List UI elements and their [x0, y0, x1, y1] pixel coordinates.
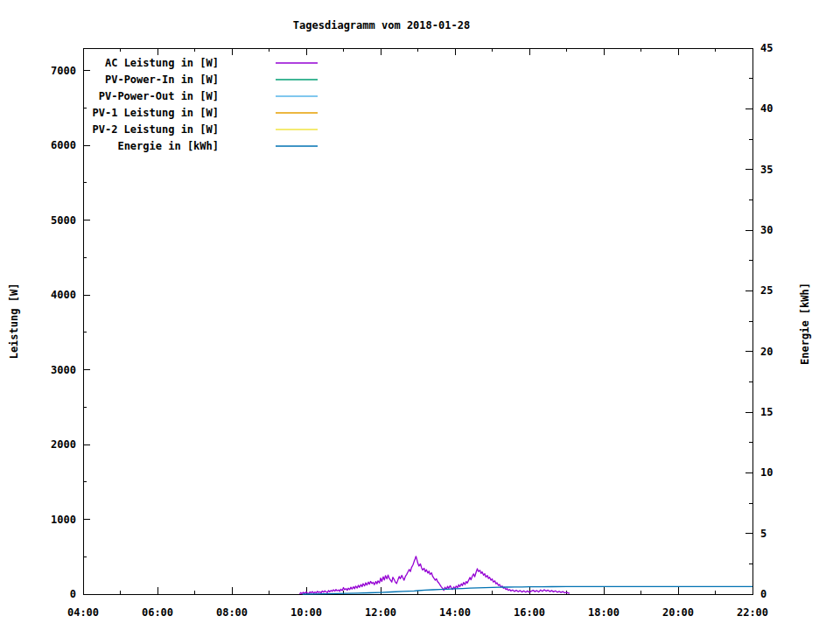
- y-left-tick-label: 1000: [51, 514, 76, 526]
- y-right-tick-label: 30: [760, 224, 773, 236]
- y-left-axis-label: Leistung [W]: [8, 284, 20, 360]
- legend-label-1: AC Leistung in [W]: [105, 57, 219, 69]
- y-right-tick-label: 15: [760, 406, 773, 418]
- x-tick-label: 16:00: [514, 606, 545, 619]
- chart-svg: Tagesdiagramm vom 2018-01-2804:0006:0008…: [0, 0, 840, 630]
- x-tick-label: 22:00: [737, 606, 768, 619]
- y-left-tick-label: 5000: [51, 214, 76, 227]
- x-tick-label: 08:00: [216, 606, 248, 619]
- y-left-tick-label: 7000: [51, 65, 76, 77]
- y-left-tick-label: 2000: [51, 438, 76, 451]
- legend-label-4: PV-1 Leistung in [W]: [93, 107, 220, 119]
- y-left-tick-label: 0: [70, 588, 76, 600]
- legend-label-2: PV-Power-In in [W]: [105, 74, 219, 86]
- x-tick-label: 14:00: [439, 606, 471, 619]
- y-right-tick-label: 5: [760, 528, 766, 540]
- x-tick-label: 06:00: [142, 606, 173, 619]
- y-right-tick-label: 40: [760, 102, 773, 115]
- y-left-tick-label: 6000: [51, 139, 76, 151]
- y-right-tick-label: 0: [760, 588, 766, 600]
- chart-canvas: Tagesdiagramm vom 2018-01-2804:0006:0008…: [0, 0, 840, 630]
- y-right-tick-label: 45: [760, 42, 773, 54]
- x-tick-label: 04:00: [67, 606, 99, 619]
- legend-label-3: PV-Power-Out in [W]: [99, 90, 219, 102]
- x-tick-label: 10:00: [290, 606, 322, 619]
- x-tick-label: 12:00: [365, 606, 396, 619]
- legend-label-5: PV-2 Leistung in [W]: [93, 123, 220, 136]
- y-left-tick-label: 3000: [51, 364, 76, 376]
- x-tick-label: 20:00: [662, 606, 694, 619]
- y-right-tick-label: 35: [760, 164, 773, 176]
- y-right-axis-label: Energie [kWh]: [799, 283, 811, 365]
- gnuplot-daily-pv-chart: Tagesdiagramm vom 2018-01-2804:0006:0008…: [0, 0, 840, 630]
- y-right-tick-label: 20: [760, 346, 773, 358]
- y-right-tick-label: 25: [760, 284, 773, 297]
- y-left-tick-label: 4000: [51, 289, 76, 301]
- x-tick-label: 18:00: [588, 606, 620, 619]
- y-right-tick-label: 10: [760, 466, 773, 479]
- chart-title: Tagesdiagramm vom 2018-01-28: [293, 19, 470, 32]
- legend-label-6: Energie in [kWh]: [117, 140, 219, 152]
